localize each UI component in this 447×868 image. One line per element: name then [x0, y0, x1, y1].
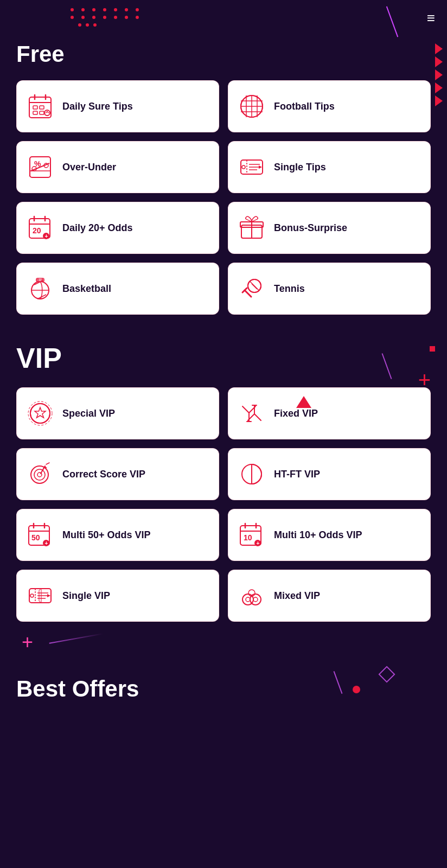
football-icon — [238, 93, 265, 120]
card-tennis-label: Tennis — [274, 283, 305, 295]
card-bonus-surprise-label: Bonus-Surprise — [274, 222, 347, 234]
svg-line-65 — [46, 463, 49, 464]
calendar10-icon: 10 + — [238, 521, 265, 548]
deco-plus-bottom-left: + — [22, 633, 33, 652]
svg-text:20: 20 — [33, 226, 41, 235]
svg-text:+: + — [257, 540, 260, 546]
basketball-icon — [27, 275, 54, 302]
target-icon — [27, 461, 54, 488]
half-circle-icon — [238, 461, 265, 488]
card-correct-score-vip-label: Correct Score VIP — [62, 469, 145, 480]
card-daily-20-odds[interactable]: 20 + Daily 20+ Odds — [16, 202, 219, 254]
svg-point-61 — [34, 469, 45, 480]
card-daily-sure-tips[interactable]: Daily Sure Tips — [16, 80, 219, 132]
header: ≡ — [0, 0, 447, 30]
calendar50-icon: 50 + — [27, 521, 54, 548]
ticket-vip-icon — [27, 582, 54, 609]
card-tennis[interactable]: Tennis — [228, 263, 431, 315]
calendar20-icon: 20 + — [27, 214, 54, 241]
card-multi-10-odds-vip[interactable]: 10 + Multi 10+ Odds VIP — [228, 509, 431, 561]
card-ht-ft-vip[interactable]: HT-FT VIP — [228, 448, 431, 500]
calendar-icon — [27, 93, 54, 120]
svg-point-84 — [30, 594, 34, 597]
card-ht-ft-vip-label: HT-FT VIP — [274, 469, 320, 480]
card-basketball-label: Basketball — [62, 283, 111, 295]
svg-point-60 — [31, 466, 48, 483]
vip-section: + VIP Special VIP — [0, 326, 447, 660]
hamburger-menu-button[interactable]: ≡ — [427, 11, 436, 25]
mixed-icon — [238, 582, 265, 609]
svg-point-91 — [250, 594, 261, 605]
free-section-title: Free — [16, 41, 65, 67]
ticket-icon — [238, 154, 265, 181]
svg-rect-6 — [33, 111, 37, 114]
free-cards-grid: Daily Sure Tips Football Tips — [16, 80, 431, 315]
card-fixed-vip-label: Fixed VIP — [274, 408, 318, 419]
vip-title-text: VIP — [16, 342, 62, 374]
card-single-vip-label: Single VIP — [62, 590, 110, 602]
card-mixed-vip-label: Mixed VIP — [274, 590, 320, 602]
svg-line-10 — [47, 112, 49, 113]
svg-rect-7 — [40, 111, 44, 114]
svg-point-8 — [44, 110, 50, 116]
card-single-tips-label: Single Tips — [274, 162, 326, 173]
card-over-under[interactable]: % - Over-Under — [16, 141, 219, 193]
card-daily-20-odds-label: Daily 20+ Odds — [62, 222, 133, 234]
best-offers-section: Best Offers — [0, 660, 447, 713]
svg-marker-55 — [35, 407, 46, 418]
vip-cards-grid: Special VIP Fixed VIP — [16, 387, 431, 622]
card-football-tips-label: Football Tips — [274, 101, 335, 112]
vip-section-title: VIP — [16, 342, 431, 374]
svg-point-93 — [246, 597, 250, 602]
arrows-cross-icon — [238, 400, 265, 427]
gift-icon — [238, 214, 265, 241]
svg-rect-4 — [33, 106, 37, 109]
best-offers-title: Best Offers — [16, 676, 431, 702]
card-bonus-surprise[interactable]: Bonus-Surprise — [228, 202, 431, 254]
card-multi-50-odds-vip-label: Multi 50+ Odds VIP — [62, 529, 151, 541]
svg-text:+: + — [45, 540, 48, 546]
card-multi-50-odds-vip[interactable]: 50 + Multi 50+ Odds VIP — [16, 509, 219, 561]
deco-purple-line — [49, 633, 103, 643]
card-correct-score-vip[interactable]: Correct Score VIP — [16, 448, 219, 500]
card-special-vip-label: Special VIP — [62, 408, 115, 419]
svg-rect-5 — [40, 106, 44, 109]
card-football-tips[interactable]: Football Tips — [228, 80, 431, 132]
svg-point-57 — [28, 401, 52, 425]
svg-point-94 — [253, 597, 258, 602]
card-single-tips[interactable]: Single Tips — [228, 141, 431, 193]
svg-marker-88 — [47, 594, 50, 597]
overunder-icon: % - — [27, 154, 54, 181]
svg-text:50: 50 — [31, 533, 40, 542]
card-special-vip[interactable]: Special VIP — [16, 387, 219, 439]
free-section: Free Daily Sure Tips — [0, 30, 447, 326]
card-single-vip[interactable]: Single VIP — [16, 570, 219, 622]
tennis-icon — [238, 275, 265, 302]
decorative-triangles — [435, 43, 447, 106]
svg-text:+: + — [45, 233, 48, 239]
star-badge-icon — [27, 400, 54, 427]
svg-text:-: - — [29, 173, 30, 178]
card-mixed-vip[interactable]: Mixed VIP — [228, 570, 431, 622]
card-daily-sure-tips-label: Daily Sure Tips — [62, 101, 133, 112]
card-basketball[interactable]: Basketball — [16, 263, 219, 315]
decorative-dots — [71, 8, 142, 27]
svg-line-50 — [252, 284, 257, 289]
svg-point-28 — [242, 165, 245, 169]
card-over-under-label: Over-Under — [62, 162, 116, 173]
card-fixed-vip[interactable]: Fixed VIP — [228, 387, 431, 439]
deco-triangle-vip — [296, 396, 311, 408]
svg-marker-32 — [259, 165, 262, 169]
card-multi-10-odds-vip-label: Multi 10+ Odds VIP — [274, 529, 362, 541]
svg-text:10: 10 — [244, 533, 252, 542]
